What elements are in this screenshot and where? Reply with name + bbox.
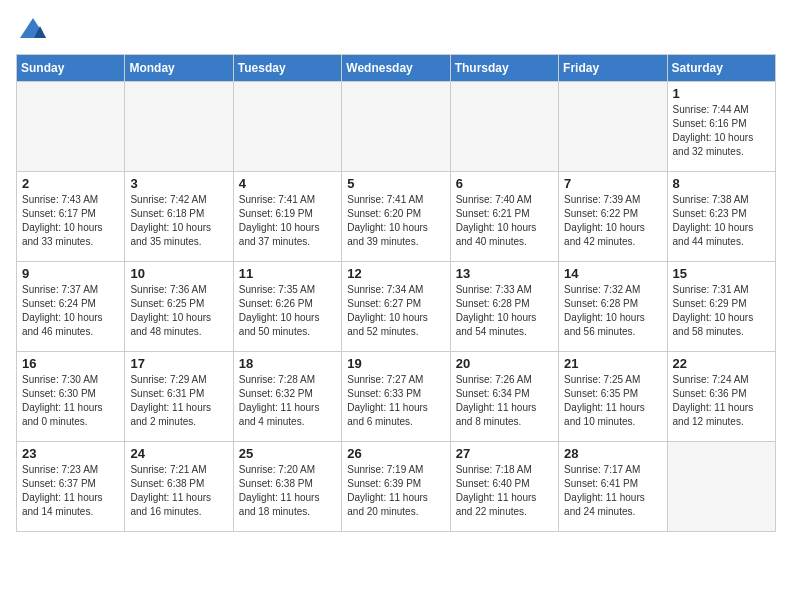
day-info: Sunrise: 7:42 AM Sunset: 6:18 PM Dayligh… [130,193,227,249]
calendar-cell: 15Sunrise: 7:31 AM Sunset: 6:29 PM Dayli… [667,262,775,352]
day-info: Sunrise: 7:38 AM Sunset: 6:23 PM Dayligh… [673,193,770,249]
day-info: Sunrise: 7:40 AM Sunset: 6:21 PM Dayligh… [456,193,553,249]
day-info: Sunrise: 7:17 AM Sunset: 6:41 PM Dayligh… [564,463,661,519]
day-number: 6 [456,176,553,191]
calendar-cell [559,82,667,172]
day-info: Sunrise: 7:31 AM Sunset: 6:29 PM Dayligh… [673,283,770,339]
day-info: Sunrise: 7:30 AM Sunset: 6:30 PM Dayligh… [22,373,119,429]
day-info: Sunrise: 7:20 AM Sunset: 6:38 PM Dayligh… [239,463,336,519]
day-info: Sunrise: 7:29 AM Sunset: 6:31 PM Dayligh… [130,373,227,429]
day-info: Sunrise: 7:41 AM Sunset: 6:20 PM Dayligh… [347,193,444,249]
day-info: Sunrise: 7:18 AM Sunset: 6:40 PM Dayligh… [456,463,553,519]
logo [16,16,48,42]
calendar-cell: 17Sunrise: 7:29 AM Sunset: 6:31 PM Dayli… [125,352,233,442]
logo-icon [18,16,48,46]
calendar-cell: 2Sunrise: 7:43 AM Sunset: 6:17 PM Daylig… [17,172,125,262]
weekday-header-saturday: Saturday [667,55,775,82]
calendar-cell: 4Sunrise: 7:41 AM Sunset: 6:19 PM Daylig… [233,172,341,262]
calendar-cell: 16Sunrise: 7:30 AM Sunset: 6:30 PM Dayli… [17,352,125,442]
calendar-cell: 27Sunrise: 7:18 AM Sunset: 6:40 PM Dayli… [450,442,558,532]
day-info: Sunrise: 7:34 AM Sunset: 6:27 PM Dayligh… [347,283,444,339]
day-info: Sunrise: 7:41 AM Sunset: 6:19 PM Dayligh… [239,193,336,249]
day-number: 5 [347,176,444,191]
day-number: 19 [347,356,444,371]
day-number: 27 [456,446,553,461]
weekday-header-friday: Friday [559,55,667,82]
calendar-cell: 5Sunrise: 7:41 AM Sunset: 6:20 PM Daylig… [342,172,450,262]
calendar-cell: 19Sunrise: 7:27 AM Sunset: 6:33 PM Dayli… [342,352,450,442]
calendar-week-3: 9Sunrise: 7:37 AM Sunset: 6:24 PM Daylig… [17,262,776,352]
calendar-cell: 3Sunrise: 7:42 AM Sunset: 6:18 PM Daylig… [125,172,233,262]
day-info: Sunrise: 7:39 AM Sunset: 6:22 PM Dayligh… [564,193,661,249]
calendar: SundayMondayTuesdayWednesdayThursdayFrid… [16,54,776,532]
day-info: Sunrise: 7:36 AM Sunset: 6:25 PM Dayligh… [130,283,227,339]
day-number: 14 [564,266,661,281]
weekday-header-row: SundayMondayTuesdayWednesdayThursdayFrid… [17,55,776,82]
calendar-cell: 12Sunrise: 7:34 AM Sunset: 6:27 PM Dayli… [342,262,450,352]
calendar-cell [667,442,775,532]
day-info: Sunrise: 7:19 AM Sunset: 6:39 PM Dayligh… [347,463,444,519]
calendar-cell [342,82,450,172]
day-number: 28 [564,446,661,461]
day-number: 2 [22,176,119,191]
calendar-cell: 25Sunrise: 7:20 AM Sunset: 6:38 PM Dayli… [233,442,341,532]
header [16,16,776,42]
day-number: 20 [456,356,553,371]
calendar-cell [17,82,125,172]
weekday-header-thursday: Thursday [450,55,558,82]
day-info: Sunrise: 7:23 AM Sunset: 6:37 PM Dayligh… [22,463,119,519]
calendar-cell: 13Sunrise: 7:33 AM Sunset: 6:28 PM Dayli… [450,262,558,352]
day-info: Sunrise: 7:33 AM Sunset: 6:28 PM Dayligh… [456,283,553,339]
calendar-cell: 7Sunrise: 7:39 AM Sunset: 6:22 PM Daylig… [559,172,667,262]
day-number: 12 [347,266,444,281]
calendar-cell: 18Sunrise: 7:28 AM Sunset: 6:32 PM Dayli… [233,352,341,442]
calendar-cell [450,82,558,172]
calendar-cell: 23Sunrise: 7:23 AM Sunset: 6:37 PM Dayli… [17,442,125,532]
calendar-week-4: 16Sunrise: 7:30 AM Sunset: 6:30 PM Dayli… [17,352,776,442]
calendar-cell: 1Sunrise: 7:44 AM Sunset: 6:16 PM Daylig… [667,82,775,172]
weekday-header-monday: Monday [125,55,233,82]
calendar-week-5: 23Sunrise: 7:23 AM Sunset: 6:37 PM Dayli… [17,442,776,532]
weekday-header-sunday: Sunday [17,55,125,82]
day-number: 1 [673,86,770,101]
day-number: 24 [130,446,227,461]
day-info: Sunrise: 7:25 AM Sunset: 6:35 PM Dayligh… [564,373,661,429]
day-number: 21 [564,356,661,371]
day-number: 16 [22,356,119,371]
day-info: Sunrise: 7:27 AM Sunset: 6:33 PM Dayligh… [347,373,444,429]
day-number: 10 [130,266,227,281]
day-info: Sunrise: 7:32 AM Sunset: 6:28 PM Dayligh… [564,283,661,339]
calendar-cell: 8Sunrise: 7:38 AM Sunset: 6:23 PM Daylig… [667,172,775,262]
day-info: Sunrise: 7:21 AM Sunset: 6:38 PM Dayligh… [130,463,227,519]
day-number: 22 [673,356,770,371]
calendar-cell: 28Sunrise: 7:17 AM Sunset: 6:41 PM Dayli… [559,442,667,532]
calendar-cell: 22Sunrise: 7:24 AM Sunset: 6:36 PM Dayli… [667,352,775,442]
weekday-header-wednesday: Wednesday [342,55,450,82]
calendar-week-2: 2Sunrise: 7:43 AM Sunset: 6:17 PM Daylig… [17,172,776,262]
calendar-cell: 24Sunrise: 7:21 AM Sunset: 6:38 PM Dayli… [125,442,233,532]
calendar-cell: 14Sunrise: 7:32 AM Sunset: 6:28 PM Dayli… [559,262,667,352]
calendar-cell: 26Sunrise: 7:19 AM Sunset: 6:39 PM Dayli… [342,442,450,532]
day-number: 9 [22,266,119,281]
day-number: 25 [239,446,336,461]
day-number: 13 [456,266,553,281]
calendar-week-1: 1Sunrise: 7:44 AM Sunset: 6:16 PM Daylig… [17,82,776,172]
calendar-cell: 10Sunrise: 7:36 AM Sunset: 6:25 PM Dayli… [125,262,233,352]
calendar-cell [233,82,341,172]
day-info: Sunrise: 7:44 AM Sunset: 6:16 PM Dayligh… [673,103,770,159]
day-number: 3 [130,176,227,191]
day-number: 15 [673,266,770,281]
day-number: 26 [347,446,444,461]
calendar-cell: 11Sunrise: 7:35 AM Sunset: 6:26 PM Dayli… [233,262,341,352]
calendar-cell: 21Sunrise: 7:25 AM Sunset: 6:35 PM Dayli… [559,352,667,442]
day-number: 23 [22,446,119,461]
day-number: 18 [239,356,336,371]
day-number: 7 [564,176,661,191]
day-info: Sunrise: 7:28 AM Sunset: 6:32 PM Dayligh… [239,373,336,429]
day-number: 4 [239,176,336,191]
day-number: 8 [673,176,770,191]
calendar-cell [125,82,233,172]
calendar-cell: 9Sunrise: 7:37 AM Sunset: 6:24 PM Daylig… [17,262,125,352]
day-number: 11 [239,266,336,281]
calendar-cell: 6Sunrise: 7:40 AM Sunset: 6:21 PM Daylig… [450,172,558,262]
